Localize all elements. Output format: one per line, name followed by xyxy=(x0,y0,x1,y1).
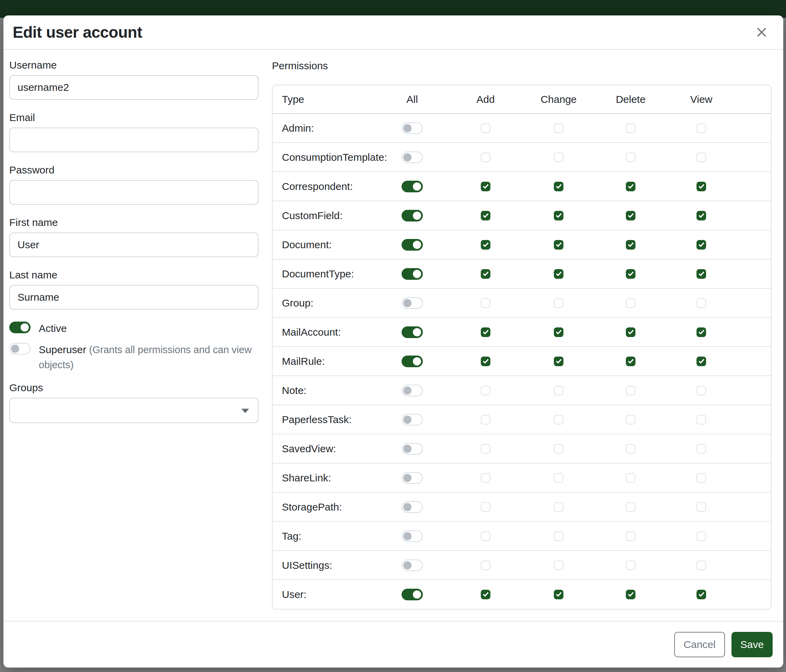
documenttype-all-toggle[interactable] xyxy=(402,268,423,280)
document-change-checkbox[interactable] xyxy=(554,240,563,250)
password-field[interactable] xyxy=(9,180,259,205)
note-view-checkbox[interactable] xyxy=(696,386,706,395)
note-change-checkbox[interactable] xyxy=(554,386,563,395)
mailrule-delete-checkbox[interactable] xyxy=(626,356,635,366)
mailaccount-all-toggle[interactable] xyxy=(402,327,423,338)
email-field[interactable] xyxy=(9,127,259,152)
customfield-change-checkbox[interactable] xyxy=(554,211,563,220)
user-change-checkbox[interactable] xyxy=(554,590,563,599)
correspondent-add-checkbox[interactable] xyxy=(481,182,490,191)
sharelink-change-checkbox[interactable] xyxy=(554,473,563,483)
user-delete-checkbox[interactable] xyxy=(626,590,635,599)
tag-delete-checkbox[interactable] xyxy=(626,531,635,541)
savedview-add-checkbox[interactable] xyxy=(481,444,490,454)
savedview-view-checkbox[interactable] xyxy=(696,444,706,454)
consumptiontemplate-change-checkbox[interactable] xyxy=(554,152,563,162)
document-view-checkbox[interactable] xyxy=(696,240,706,250)
correspondent-view-checkbox[interactable] xyxy=(696,182,706,191)
mailaccount-view-checkbox[interactable] xyxy=(696,327,706,337)
documenttype-delete-checkbox[interactable] xyxy=(626,269,635,279)
superuser-toggle[interactable] xyxy=(9,343,30,355)
note-delete-checkbox[interactable] xyxy=(626,386,635,395)
document-add-checkbox[interactable] xyxy=(481,240,490,250)
sharelink-delete-checkbox[interactable] xyxy=(626,473,635,483)
tag-view-checkbox[interactable] xyxy=(696,531,706,541)
consumptiontemplate-delete-checkbox[interactable] xyxy=(626,152,635,162)
note-add-checkbox[interactable] xyxy=(481,386,490,395)
tag-all-toggle[interactable] xyxy=(402,531,423,542)
paperlesstask-delete-checkbox[interactable] xyxy=(626,415,635,424)
active-toggle[interactable] xyxy=(9,322,30,333)
paperlesstask-change-checkbox[interactable] xyxy=(554,415,563,424)
consumptiontemplate-all-toggle[interactable] xyxy=(402,152,423,163)
groups-select[interactable] xyxy=(9,398,259,423)
sharelink-add-checkbox[interactable] xyxy=(481,473,490,483)
mailrule-type-label: MailRule: xyxy=(273,347,376,376)
save-button[interactable]: Save xyxy=(731,632,773,657)
group-add-checkbox[interactable] xyxy=(481,298,490,308)
sharelink-view-checkbox[interactable] xyxy=(696,473,706,483)
consumptiontemplate-view-checkbox[interactable] xyxy=(696,152,706,162)
uisettings-add-checkbox[interactable] xyxy=(481,561,490,570)
sharelink-all-toggle[interactable] xyxy=(402,472,423,484)
documenttype-change-checkbox[interactable] xyxy=(554,269,563,279)
last-name-field[interactable] xyxy=(9,285,259,309)
uisettings-view-checkbox[interactable] xyxy=(696,561,706,570)
paperlesstask-add-checkbox[interactable] xyxy=(481,415,490,424)
first-name-field[interactable] xyxy=(9,232,259,257)
user-all-toggle[interactable] xyxy=(402,589,423,600)
document-type-label: Document: xyxy=(273,230,376,259)
storagepath-add-checkbox[interactable] xyxy=(481,502,490,512)
paperlesstask-all-toggle[interactable] xyxy=(402,414,423,425)
tag-add-checkbox[interactable] xyxy=(481,531,490,541)
user-view-checkbox[interactable] xyxy=(696,590,706,599)
group-delete-checkbox[interactable] xyxy=(626,298,635,308)
group-change-checkbox[interactable] xyxy=(554,298,563,308)
admin-change-checkbox[interactable] xyxy=(554,123,563,133)
first-name-group: First name xyxy=(9,216,259,257)
close-button[interactable] xyxy=(754,24,770,40)
customfield-all-toggle[interactable] xyxy=(402,210,423,221)
admin-all-toggle[interactable] xyxy=(402,122,423,134)
mailrule-add-checkbox[interactable] xyxy=(481,356,490,366)
mailaccount-change-checkbox[interactable] xyxy=(554,327,563,337)
savedview-permission-row: SavedView: xyxy=(273,434,771,463)
user-add-checkbox[interactable] xyxy=(481,590,490,599)
mailaccount-add-checkbox[interactable] xyxy=(481,327,490,337)
documenttype-add-checkbox[interactable] xyxy=(481,269,490,279)
mailrule-all-toggle[interactable] xyxy=(402,356,423,367)
storagepath-change-checkbox[interactable] xyxy=(554,502,563,512)
paperlesstask-view-checkbox[interactable] xyxy=(696,415,706,424)
mailrule-change-checkbox[interactable] xyxy=(554,356,563,366)
savedview-change-checkbox[interactable] xyxy=(554,444,563,454)
note-all-toggle[interactable] xyxy=(402,385,423,396)
uisettings-change-checkbox[interactable] xyxy=(554,561,563,570)
group-all-toggle[interactable] xyxy=(402,297,423,309)
admin-add-checkbox[interactable] xyxy=(481,123,490,133)
storagepath-all-toggle[interactable] xyxy=(402,501,423,513)
document-delete-checkbox[interactable] xyxy=(626,240,635,250)
uisettings-delete-checkbox[interactable] xyxy=(626,561,635,570)
customfield-add-checkbox[interactable] xyxy=(481,211,490,220)
storagepath-delete-checkbox[interactable] xyxy=(626,502,635,512)
cancel-button[interactable]: Cancel xyxy=(674,632,725,657)
customfield-delete-checkbox[interactable] xyxy=(626,211,635,220)
mailrule-view-checkbox[interactable] xyxy=(696,356,706,366)
group-view-checkbox[interactable] xyxy=(696,298,706,308)
customfield-view-checkbox[interactable] xyxy=(696,211,706,220)
correspondent-change-checkbox[interactable] xyxy=(554,182,563,191)
mailaccount-delete-checkbox[interactable] xyxy=(626,327,635,337)
correspondent-delete-checkbox[interactable] xyxy=(626,182,635,191)
tag-change-checkbox[interactable] xyxy=(554,531,563,541)
document-all-toggle[interactable] xyxy=(402,239,423,251)
correspondent-all-toggle[interactable] xyxy=(402,181,423,192)
storagepath-view-checkbox[interactable] xyxy=(696,502,706,512)
username-input[interactable] xyxy=(9,75,259,100)
admin-delete-checkbox[interactable] xyxy=(626,123,635,133)
savedview-all-toggle[interactable] xyxy=(402,443,423,455)
uisettings-all-toggle[interactable] xyxy=(402,559,423,571)
consumptiontemplate-add-checkbox[interactable] xyxy=(481,152,490,162)
documenttype-view-checkbox[interactable] xyxy=(696,269,706,279)
admin-view-checkbox[interactable] xyxy=(696,123,706,133)
savedview-delete-checkbox[interactable] xyxy=(626,444,635,454)
